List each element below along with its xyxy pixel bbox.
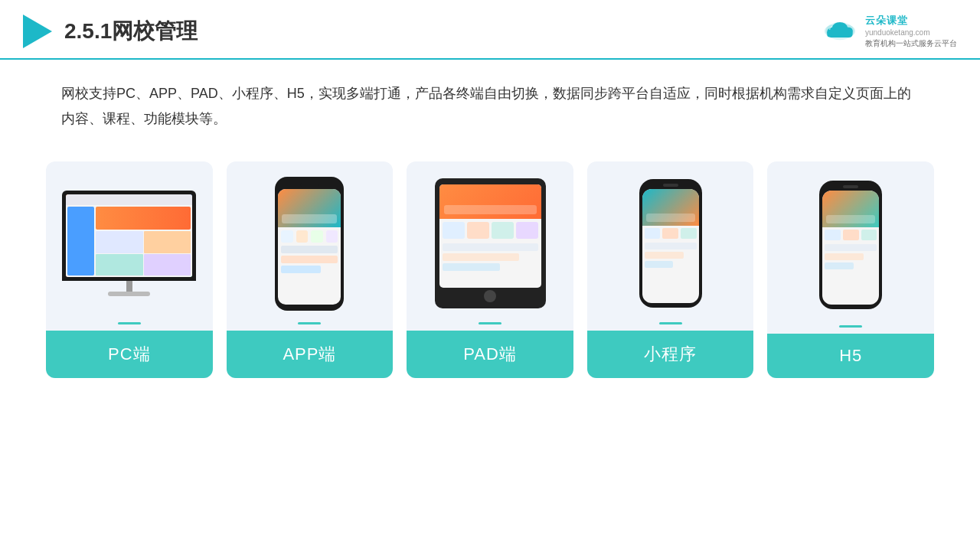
header: 2.5.1网校管理 云朵课堂 yunduoketang.com 教育机构一站式服… [0,0,980,60]
card-pc: PC端 [46,161,213,378]
card-pad: PAD端 [407,161,573,378]
card-miniprogram-label: 小程序 [587,331,754,378]
logo-url: yunduoketang.com [865,28,957,38]
header-left: 2.5.1网校管理 [23,15,198,48]
phone-app-mockup [275,177,344,311]
card-h5: H5 [767,161,934,378]
card-pad-indicator [479,322,501,324]
logo-name: 云朵课堂 [865,14,957,28]
card-miniprogram: 小程序 [587,161,754,378]
card-h5-image [767,161,934,325]
logo-svg-icon [821,17,859,46]
logo-tagline: 教育机构一站式服务云平台 [865,38,957,49]
card-app-indicator [298,322,321,324]
phone-mini-mockup [639,179,702,308]
card-app: APP端 [227,161,394,378]
card-h5-label: H5 [767,334,934,378]
card-pad-image [407,161,573,322]
tablet-mockup [435,178,546,308]
card-pc-label: PC端 [46,331,213,378]
card-app-image [227,161,394,322]
card-pc-indicator [118,322,141,324]
cards-container: PC端 [0,139,980,378]
card-h5-indicator [839,325,862,328]
logo-text: 云朵课堂 yunduoketang.com 教育机构一站式服务云平台 [865,14,957,49]
page-title: 2.5.1网校管理 [64,17,198,46]
card-pc-image [46,161,213,322]
description-paragraph: 网校支持PC、APP、PAD、小程序、H5，实现多端打通，产品各终端自由切换，数… [61,81,919,131]
phone-h5-mockup [819,181,882,309]
card-miniprogram-image [587,161,754,322]
card-pad-label: PAD端 [407,331,573,378]
card-app-label: APP端 [227,331,394,378]
card-mini-indicator [659,322,682,324]
description-text: 网校支持PC、APP、PAD、小程序、H5，实现多端打通，产品各终端自由切换，数… [0,60,980,139]
logo-area: 云朵课堂 yunduoketang.com 教育机构一站式服务云平台 [821,14,957,49]
pc-monitor-mockup [62,191,196,296]
play-icon [23,15,52,48]
